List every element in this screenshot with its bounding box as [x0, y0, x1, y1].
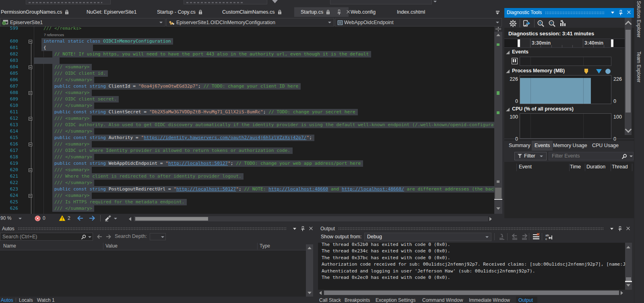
document-tab-index-cshtml[interactable]: Index.cshtml [393, 7, 425, 17]
panel-tab-immediate-window[interactable]: Immediate Window [469, 297, 510, 303]
code-line-604[interactable]: 604/// <summary> [0, 64, 494, 70]
error-count[interactable]: 0 [43, 215, 45, 221]
code-line-611[interactable]: 611public const string ClientSecret = "D… [0, 109, 494, 115]
output-text-area[interactable]: The thread 0x52b0 has exited with code 0… [318, 243, 625, 290]
editor-scroll-up-icon[interactable] [496, 34, 500, 36]
editor-splitter-grip[interactable] [494, 27, 502, 32]
code-line-603[interactable]: 603 [0, 57, 494, 64]
breadcrumb-project-dropdown[interactable]: EpiserverSite1 [0, 18, 165, 27]
search-depth-select[interactable] [150, 233, 166, 240]
output-pin-icon[interactable] [617, 226, 623, 231]
editor-hscroll-thumb[interactable] [135, 217, 208, 221]
toggle-messages-icon[interactable] [498, 233, 506, 240]
autos-col-name[interactable]: Name [3, 243, 16, 249]
code-line-599[interactable]: 599/// </remarks> [0, 27, 494, 32]
code-line-602[interactable]: 602// NOTE! If using https, you will nee… [0, 51, 494, 57]
memory-section-header[interactable]: Process Memory (MB) [512, 68, 565, 74]
search-icon[interactable] [621, 154, 627, 160]
search-options-caret-icon[interactable] [630, 156, 633, 157]
code-line-624[interactable]: 624/// <summary> [0, 192, 494, 199]
clear-all-icon[interactable] [533, 233, 541, 241]
diagnostics-tab-cpu-usage[interactable]: CPU Usage [589, 141, 621, 151]
collapse-region-icon[interactable] [29, 91, 32, 95]
events-table-body[interactable] [504, 172, 634, 218]
zoom-level-select[interactable]: 90 % [0, 215, 11, 221]
next-message-icon[interactable] [520, 233, 528, 240]
code-line-607[interactable]: 607public const string ClientId = "0oa4j… [0, 83, 494, 90]
code-line-613[interactable]: 613/// OIDC authority. Also used to get … [0, 122, 494, 128]
code-line-617[interactable]: 617/// OIDC url where Identity provider … [0, 147, 494, 154]
code-line-610[interactable]: 610/// </summary> [0, 102, 494, 109]
events-col-thread[interactable]: Thread [612, 164, 628, 170]
autos-col-value[interactable]: Value [105, 243, 118, 249]
code-line-605[interactable]: 605/// OIDC client id. [0, 70, 494, 77]
settings-gear-icon[interactable] [509, 20, 517, 27]
editor-hscroll-left-icon[interactable] [129, 217, 131, 221]
autos-search-input[interactable]: Search (Ctrl+E) [0, 233, 93, 241]
code-line-614[interactable]: 614/// </summary> [0, 128, 494, 135]
collapse-region-icon[interactable] [29, 194, 32, 198]
events-expander-icon[interactable] [506, 51, 510, 54]
cpu-chart[interactable] [520, 113, 611, 139]
collapse-region-icon[interactable] [29, 168, 32, 172]
warning-count[interactable]: 2 [68, 215, 70, 221]
code-cleanup-caret-icon[interactable] [114, 218, 117, 219]
cpu-expander-icon[interactable] [506, 108, 510, 111]
code-line-620[interactable]: 620/// <summary> [0, 167, 494, 173]
code-cleanup-icon[interactable] [104, 215, 112, 222]
code-line-606[interactable]: 606/// </summary> [0, 77, 494, 83]
zoom-in-icon[interactable] [537, 20, 545, 27]
toolbar-combo-2[interactable] [184, 0, 267, 4]
memory-expander-icon[interactable] [506, 70, 510, 73]
close-icon[interactable] [626, 10, 632, 15]
diagnostics-scrollbar-thumb[interactable] [625, 30, 631, 113]
editor-scrollbar-thumb[interactable] [495, 188, 502, 199]
output-close-icon[interactable] [625, 226, 631, 231]
collapse-region-icon[interactable] [29, 117, 32, 121]
document-tab-customclaimnames-cs[interactable]: CustomClaimNames.cs [222, 7, 282, 17]
document-well-dropdown-icon[interactable] [495, 10, 501, 16]
toolbar-dropdown-icon[interactable] [272, 0, 278, 3]
breadcrumb-type-dropdown[interactable]: EpiserverSite1.OIDCInMemoryConfiguration [166, 18, 334, 27]
word-wrap-icon[interactable]: ab c [545, 233, 554, 241]
collapse-region-icon[interactable] [29, 143, 32, 146]
filter-button[interactable]: Filter [514, 152, 547, 160]
autos-pin-icon[interactable] [300, 226, 305, 231]
collapse-region-icon[interactable] [29, 40, 32, 43]
events-section-header[interactable]: Events [512, 49, 528, 55]
diagnostics-tab-events[interactable]: Events [532, 141, 553, 151]
diagnostic-tools-titlebar[interactable]: Diagnostic Tools [504, 8, 634, 17]
diagnostics-tab-memory-usage[interactable]: Memory Usage [550, 141, 590, 151]
document-tab-startup-cs[interactable]: Startup.cs [294, 7, 349, 17]
autos-forward-icon[interactable] [105, 234, 111, 239]
autos-col-type[interactable]: Type [260, 243, 270, 249]
diagnostics-tab-summary[interactable]: Summary [506, 141, 533, 151]
code-line-615[interactable]: 615public const string Authority = "http… [0, 135, 494, 141]
breadcrumb-member-dropdown[interactable]: WebAppOidcEndpoint [335, 18, 502, 27]
code-line-609[interactable]: 609/// OIDC client secret. [0, 96, 494, 102]
panel-tab-output[interactable]: Output [518, 297, 533, 303]
code-editor[interactable]: 599/// </remarks>7 references600internal… [0, 27, 494, 214]
pin-icon[interactable] [618, 10, 623, 15]
events-col-time[interactable]: Time [570, 164, 581, 170]
sidebar-tab-team-explorer[interactable]: Team Explorer [636, 51, 642, 82]
document-tab-permissiongroupnames-cs[interactable]: PermissionGroupNames.cs [1, 7, 69, 17]
panel-tab-call-stack[interactable]: Call Stack [319, 297, 341, 303]
document-tab-startup-copy-cs[interactable]: Startup - Copy.cs [157, 7, 202, 17]
zoom-caret-icon[interactable] [19, 218, 22, 219]
zoom-out-icon[interactable] [548, 20, 556, 27]
document-tab-web-config[interactable]: Web.config [347, 7, 376, 17]
code-line-623[interactable]: 623public const string PostLogoutRedirec… [0, 186, 494, 192]
export-icon[interactable] [523, 20, 531, 27]
code-line-612[interactable]: 612/// <summary> [0, 115, 494, 122]
codelens-references[interactable]: 7 references [44, 33, 64, 37]
editor-vertical-scrollbar[interactable] [494, 27, 502, 214]
timeline-left-handle[interactable] [518, 39, 520, 47]
panel-tab-command-window[interactable]: Command Window [422, 297, 463, 303]
panel-tab-exception-settings[interactable]: Exception Settings [376, 297, 415, 303]
code-line-600[interactable]: 600internal static class OIDCInMemoryCon… [0, 38, 494, 45]
collapse-region-icon[interactable] [29, 66, 32, 69]
events-col-event[interactable]: Event [519, 164, 532, 170]
code-line-618[interactable]: 618/// </summary> [0, 154, 494, 160]
document-tab-nuget-episerversite1[interactable]: NuGet: EpiserverSite1 [87, 7, 136, 17]
